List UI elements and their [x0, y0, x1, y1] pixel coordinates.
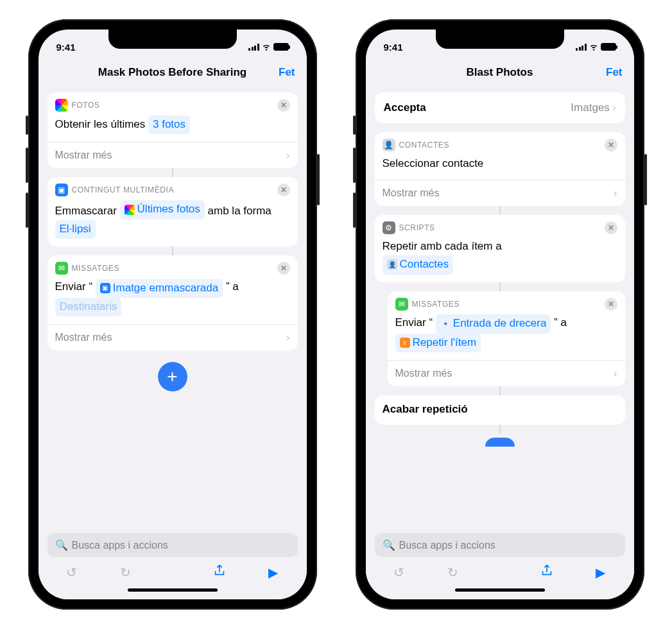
- show-more-row[interactable]: Mostrar més ›: [47, 142, 298, 168]
- scripts-app-icon: ⚙: [383, 221, 395, 234]
- action-text: ” a: [226, 280, 239, 293]
- media-mini-icon: ▣: [100, 283, 110, 293]
- param-token-count[interactable]: 3 fotos: [148, 116, 190, 134]
- share-button[interactable]: [212, 563, 227, 581]
- remove-action-button[interactable]: ✕: [605, 221, 617, 234]
- show-more-row[interactable]: Mostrar més ›: [47, 324, 298, 350]
- card-label: MISSATGES: [72, 264, 273, 273]
- flow-connector: [499, 206, 501, 215]
- action-card-messages-nested[interactable]: ✉ MISSATGES ✕ Enviar “ ✦ Entrada de drec…: [388, 291, 625, 387]
- action-text: Repetir amb cada ítem a: [383, 238, 617, 255]
- done-button[interactable]: Fet: [606, 66, 623, 79]
- param-token-image[interactable]: Últimes fotos: [120, 200, 205, 219]
- chevron-right-icon: ›: [614, 187, 617, 200]
- photos-app-icon: [55, 99, 68, 112]
- card-label: FOTOS: [72, 101, 273, 110]
- param-token-repeat-item[interactable]: x Repetir l'ítem: [395, 334, 481, 352]
- cellular-icon: [576, 44, 587, 51]
- add-action-button[interactable]: +: [158, 362, 187, 391]
- media-app-icon: ▣: [55, 184, 68, 196]
- remove-action-button[interactable]: ✕: [277, 99, 290, 112]
- search-placeholder: Busca apps i accions: [72, 540, 168, 551]
- card-label: SCRIPTS: [399, 223, 601, 232]
- toolbar: ↺ ↻ ▶: [47, 557, 298, 585]
- remove-action-button[interactable]: ✕: [605, 139, 617, 151]
- action-text: Seleccionar contacte: [383, 157, 484, 169]
- share-button[interactable]: [539, 563, 555, 581]
- remove-action-button[interactable]: ✕: [277, 184, 290, 196]
- show-more-row[interactable]: Mostrar més ›: [375, 180, 625, 206]
- param-token-input[interactable]: ✦ Entrada de drecera: [436, 314, 551, 333]
- param-token-shape[interactable]: El·lipsi: [55, 220, 96, 239]
- chevron-right-icon: ›: [286, 149, 290, 162]
- show-more-row[interactable]: Mostrar més ›: [388, 360, 625, 386]
- redo-button[interactable]: ↻: [118, 565, 134, 580]
- chevron-right-icon: ›: [614, 367, 617, 380]
- action-card-photos[interactable]: FOTOS ✕ Obtenir les últimes 3 fotos Most…: [47, 92, 298, 168]
- card-label: CONTACTES: [399, 141, 601, 150]
- remove-action-button[interactable]: ✕: [277, 262, 290, 275]
- flow-connector: [172, 168, 173, 177]
- status-icons: [248, 42, 289, 51]
- action-text: Obtenir les últimes: [55, 118, 149, 130]
- navbar: Blast Photos Fet: [366, 58, 634, 87]
- flow-connector: [499, 386, 501, 395]
- notch: [436, 30, 564, 49]
- shortcut-mini-icon: ✦: [440, 318, 451, 329]
- redo-button[interactable]: ↻: [445, 565, 461, 580]
- action-card-messages[interactable]: ✉ MISSATGES ✕ Enviar “ ▣ Imatge emmascar…: [47, 255, 298, 350]
- notch: [108, 30, 237, 49]
- flow-connector: [172, 246, 173, 255]
- action-card-contacts[interactable]: 👤 CONTACTES ✕ Seleccionar contacte Mostr…: [375, 132, 625, 206]
- action-text: Enviar “: [395, 316, 433, 329]
- action-text: amb la forma: [208, 205, 271, 218]
- action-card-scripts[interactable]: ⚙ SCRIPTS ✕ Repetir amb cada ítem a 👤 Co…: [375, 215, 625, 282]
- wifi-icon: [262, 42, 271, 51]
- bottom-panel: 🔍 Busca apps i accions ↺ ↻ ▶: [39, 527, 307, 599]
- action-card-end-repeat[interactable]: Acabar repetició: [375, 395, 625, 425]
- page-title: Blast Photos: [467, 66, 533, 79]
- done-button[interactable]: Fet: [279, 66, 295, 79]
- accepts-label: Accepta: [384, 101, 571, 114]
- phone-frame-left: 9:41 Mask Photos Before Sharing Fet FOTO…: [28, 19, 317, 610]
- wifi-icon: [589, 42, 598, 51]
- search-input[interactable]: 🔍 Busca apps i accions: [375, 533, 625, 557]
- accepts-value: Imatges: [571, 101, 609, 114]
- flow-connector: [499, 282, 501, 291]
- screen-right: 9:41 Blast Photos Fet Accepta Imatges › …: [366, 30, 634, 599]
- photos-mini-icon: [125, 205, 135, 215]
- add-action-button[interactable]: [485, 438, 515, 447]
- param-token-contacts[interactable]: 👤 Contactes: [383, 255, 454, 274]
- action-card-media[interactable]: ▣ CONTINGUT MULTIMÈDIA ✕ Emmascarar Últi…: [47, 177, 298, 246]
- action-text: Enviar “: [55, 280, 93, 293]
- run-button[interactable]: ▶: [266, 565, 281, 580]
- messages-app-icon: ✉: [55, 262, 68, 275]
- toolbar: ↺ ↻ ▶: [375, 557, 625, 585]
- phone-frame-right: 9:41 Blast Photos Fet Accepta Imatges › …: [356, 19, 644, 610]
- home-indicator[interactable]: [455, 588, 545, 592]
- card-label: MISSATGES: [412, 300, 601, 309]
- param-token-recipients[interactable]: Destinataris: [55, 298, 122, 316]
- remove-action-button[interactable]: ✕: [605, 298, 617, 311]
- card-label: CONTINGUT MULTIMÈDIA: [72, 185, 273, 194]
- bottom-panel: 🔍 Busca apps i accions ↺ ↻ ▶: [366, 527, 634, 599]
- undo-button[interactable]: ↺: [64, 565, 80, 580]
- home-indicator[interactable]: [128, 588, 218, 592]
- battery-icon: [273, 43, 289, 51]
- chevron-right-icon: ›: [286, 331, 290, 344]
- messages-app-icon: ✉: [395, 298, 408, 311]
- contacts-mini-icon: 👤: [387, 259, 397, 270]
- variable-mini-icon: x: [400, 338, 410, 348]
- chevron-right-icon: ›: [612, 101, 616, 114]
- run-button[interactable]: ▶: [593, 565, 608, 580]
- undo-button[interactable]: ↺: [392, 565, 407, 580]
- search-input[interactable]: 🔍 Busca apps i accions: [47, 533, 298, 557]
- battery-icon: [601, 43, 616, 51]
- cellular-icon: [248, 44, 259, 51]
- accepts-row[interactable]: Accepta Imatges ›: [375, 92, 625, 123]
- param-token-message[interactable]: ▣ Imatge emmascarada: [96, 279, 223, 298]
- screen-left: 9:41 Mask Photos Before Sharing Fet FOTO…: [39, 30, 307, 599]
- navbar: Mask Photos Before Sharing Fet: [39, 58, 307, 87]
- editor-content: Accepta Imatges › 👤 CONTACTES ✕ Seleccio…: [366, 87, 634, 527]
- clock: 9:41: [384, 42, 403, 53]
